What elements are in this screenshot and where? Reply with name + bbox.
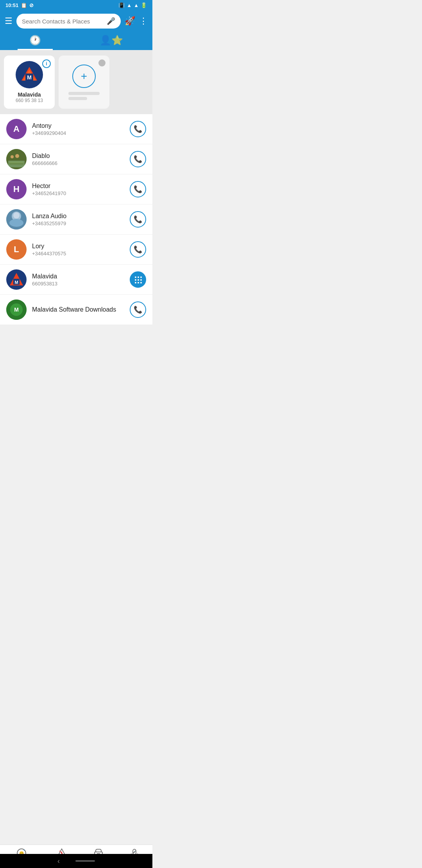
signal-icon: ▲ (134, 2, 139, 8)
add-line-2 (68, 97, 87, 100)
info-button[interactable]: i (42, 59, 51, 68)
contact-name-malavida-software: Malavida Software Downloads (32, 306, 130, 313)
menu-button[interactable]: ☰ (5, 17, 13, 25)
dialpad-icon (134, 275, 142, 284)
call-button-antony[interactable]: 📞 (130, 121, 146, 137)
tab-recent[interactable]: 🕐 (18, 32, 53, 50)
contact-name-malavida: Malavida (32, 273, 130, 280)
phone-icon-lanza: 📞 (134, 215, 142, 224)
clock-icon: 🕐 (29, 35, 41, 45)
contacts-list: A Antony +34699290404 📞 Diablo 666666666 (0, 114, 152, 325)
call-button-lanza[interactable]: 📞 (130, 211, 146, 228)
contact-info-lanza: Lanza Audio +34635255979 (32, 213, 130, 226)
add-card-placeholder (68, 92, 100, 100)
dnd-icon: ⊘ (29, 2, 34, 8)
svg-rect-14 (12, 220, 21, 226)
avatar-malavida-software: M (6, 299, 27, 320)
avatar-lory: L (6, 239, 27, 260)
avatar-malavida-list: M (6, 269, 27, 290)
mic-icon[interactable]: 🎤 (107, 17, 115, 25)
rocket-button[interactable]: 🚀 (125, 16, 135, 26)
contact-name-antony: Antony (32, 122, 130, 129)
svg-point-20 (138, 276, 139, 278)
contact-info-antony: Antony +34699290404 (32, 122, 130, 136)
battery-icon: 🔋 (141, 2, 147, 8)
phone-icon-lory: 📞 (134, 245, 142, 254)
call-button-diablo[interactable]: 📞 (130, 151, 146, 167)
dial-pad-button[interactable] (130, 271, 146, 288)
avatar-antony: A (6, 119, 27, 139)
contact-item-malavida-software[interactable]: M Malavida Software Downloads 📞 (0, 295, 152, 325)
header: ☰ 🎤 🚀 ⋮ (0, 11, 152, 29)
malavida-card-phone: 660 95 38 13 (16, 98, 43, 103)
malavida-featured-card[interactable]: i M Malavida 660 95 38 13 (4, 56, 55, 109)
add-circle-button[interactable]: + (72, 65, 96, 88)
svg-text:M: M (14, 280, 18, 285)
avatar-diablo (6, 149, 27, 169)
svg-point-21 (140, 276, 142, 278)
svg-point-9 (11, 155, 14, 158)
contact-number-lory: +34644370575 (32, 251, 130, 256)
hamburger-icon: ☰ (5, 16, 13, 26)
svg-point-24 (140, 279, 142, 281)
phone-icon-hector: 📞 (134, 185, 142, 194)
vibrate-icon: 📳 (118, 2, 125, 8)
svg-point-23 (138, 279, 139, 281)
contact-item-lanza[interactable]: Lanza Audio +34635255979 📞 (0, 204, 152, 235)
avatar-lanza (6, 209, 27, 230)
status-bar: 10:51 📋 ⊘ 📳 ▲ ▲ 🔋 (0, 0, 152, 11)
svg-rect-8 (9, 163, 23, 165)
contact-info-hector: Hector +34652641970 (32, 183, 130, 196)
search-input[interactable] (22, 18, 104, 25)
svg-text:M: M (27, 74, 32, 81)
call-button-hector[interactable]: 📞 (130, 181, 146, 197)
contact-number-antony: +34699290404 (32, 130, 130, 136)
contact-item-malavida[interactable]: M Malavida 660953813 (0, 265, 152, 295)
phone-icon-diablo: 📞 (134, 155, 142, 163)
svg-point-27 (140, 282, 142, 283)
add-contact-card[interactable]: + (59, 56, 109, 109)
search-bar[interactable]: 🎤 (16, 14, 121, 29)
malavida-card-name: Malavida (18, 91, 41, 98)
contact-number-hector: +34652641970 (32, 190, 130, 196)
contact-info-malavida-software: Malavida Software Downloads (32, 306, 130, 313)
add-line-1 (68, 92, 100, 95)
favorites-icon: 👤⭐ (100, 35, 123, 45)
contact-name-diablo: Diablo (32, 152, 130, 160)
add-card-status-dot (98, 59, 106, 66)
svg-point-25 (135, 282, 136, 283)
featured-section: i M Malavida 660 95 38 13 + (0, 50, 152, 114)
contact-item-antony[interactable]: A Antony +34699290404 📞 (0, 114, 152, 144)
malavida-avatar: M (16, 61, 43, 88)
svg-text:M: M (14, 307, 19, 313)
more-icon: ⋮ (139, 16, 148, 26)
avatar-hector: H (6, 179, 27, 199)
svg-point-22 (135, 279, 136, 281)
sim-icon: 📋 (21, 2, 27, 8)
phone-icon-antony: 📞 (134, 125, 142, 133)
contact-name-lory: Lory (32, 243, 130, 250)
svg-point-26 (138, 282, 139, 283)
contact-info-diablo: Diablo 666666666 (32, 152, 130, 166)
contact-info-lory: Lory +34644370575 (32, 243, 130, 256)
wifi-icon: ▲ (127, 2, 132, 8)
rocket-icon: 🚀 (125, 16, 135, 26)
tab-favorites[interactable]: 👤⭐ (88, 32, 135, 50)
svg-rect-7 (9, 161, 23, 163)
contact-name-hector: Hector (32, 183, 130, 190)
phone-icon-malavida-software: 📞 (134, 305, 142, 314)
contact-name-lanza: Lanza Audio (32, 213, 130, 220)
svg-point-15 (13, 212, 20, 219)
contact-number-diablo: 666666666 (32, 160, 130, 166)
svg-point-19 (135, 276, 136, 278)
more-button[interactable]: ⋮ (139, 16, 148, 26)
svg-point-10 (15, 154, 19, 158)
call-button-lory[interactable]: 📞 (130, 241, 146, 258)
call-button-malavida-software[interactable]: 📞 (130, 301, 146, 318)
contact-item-hector[interactable]: H Hector +34652641970 📞 (0, 174, 152, 204)
contact-number-lanza: +34635255979 (32, 221, 130, 226)
status-time: 10:51 (5, 2, 18, 8)
contact-item-lory[interactable]: L Lory +34644370575 📞 (0, 235, 152, 265)
tab-bar: 🕐 👤⭐ (0, 29, 152, 50)
contact-item-diablo[interactable]: Diablo 666666666 📞 (0, 144, 152, 174)
